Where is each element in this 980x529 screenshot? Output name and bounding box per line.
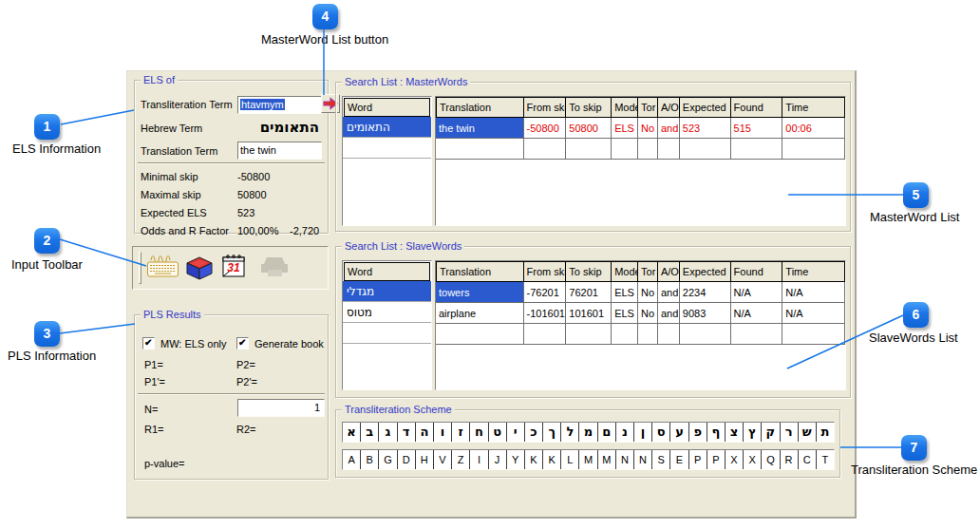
callout-label-6: SlaveWords List bbox=[869, 331, 958, 345]
latin-letter-cell[interactable]: G bbox=[379, 450, 397, 469]
latin-letter-cell[interactable]: X bbox=[726, 450, 744, 469]
minimal-skip-label: Minimal skip bbox=[141, 171, 198, 182]
table-header-cell[interactable]: Mode bbox=[612, 97, 638, 118]
latin-letter-cell[interactable]: A bbox=[343, 450, 361, 469]
hebrew-letter-cell: ש bbox=[799, 423, 817, 442]
latin-letter-cell[interactable]: Y bbox=[507, 450, 525, 469]
callout-label-2: Input Toolbar bbox=[11, 257, 83, 272]
keyboard-icon[interactable] bbox=[146, 253, 182, 281]
mw-els-only-checkbox[interactable]: ✔ bbox=[142, 337, 155, 350]
latin-letter-cell[interactable]: E bbox=[670, 450, 688, 469]
table-header-cell[interactable]: Found bbox=[731, 97, 783, 118]
table-empty-cell bbox=[524, 139, 567, 160]
transliteration-term-label: Transliteration Term bbox=[141, 99, 233, 110]
table-row[interactable]: the twin-5080050800ELSNoand52351500:06 bbox=[436, 118, 845, 139]
table-cell: 2234 bbox=[680, 282, 731, 303]
n-label: N= bbox=[144, 404, 158, 415]
table-cell: -50800 bbox=[524, 118, 567, 139]
table-header-cell[interactable]: A/O bbox=[658, 97, 680, 118]
printer-icon[interactable] bbox=[258, 255, 294, 284]
table-header-cell[interactable]: Tor bbox=[638, 261, 658, 282]
svg-text:31: 31 bbox=[227, 261, 240, 274]
word-list-item[interactable]: מגדלי bbox=[343, 281, 431, 302]
transliteration-term-input[interactable]: htavmym bbox=[237, 96, 322, 114]
latin-letter-cell[interactable]: V bbox=[434, 450, 452, 469]
masterwords-table[interactable]: TranslationFrom skipTo skipModeTorA/OExp… bbox=[435, 96, 846, 226]
table-cell: -76201 bbox=[524, 282, 567, 303]
generate-book-checkbox[interactable]: ✔ bbox=[236, 337, 249, 350]
masterwords-title: Search List : MasterWords bbox=[342, 76, 470, 88]
slavewords-word-list[interactable]: Wordמגדלימטוס bbox=[342, 260, 432, 390]
table-empty-cell bbox=[680, 324, 731, 345]
table-header-cell[interactable]: Found bbox=[731, 261, 783, 282]
callout-badge-7: 7 bbox=[901, 435, 927, 461]
slavewords-table[interactable]: TranslationFrom skipTo skipModeTorA/OExp… bbox=[435, 260, 846, 390]
word-column-header[interactable]: Word bbox=[344, 98, 430, 117]
table-header-cell[interactable]: From skip bbox=[524, 97, 567, 118]
p-value-label: p-value= bbox=[144, 458, 185, 469]
latin-letter-cell[interactable]: D bbox=[398, 450, 416, 469]
latin-letter-cell[interactable]: X bbox=[744, 450, 762, 469]
r1-label: R1= bbox=[144, 424, 164, 435]
latin-letter-cell[interactable]: M bbox=[598, 450, 616, 469]
latin-letter-cell[interactable]: L bbox=[561, 450, 579, 469]
latin-letter-cell[interactable]: P bbox=[707, 450, 726, 469]
table-header-cell[interactable]: From skip bbox=[524, 261, 567, 282]
expected-els-value: 523 bbox=[237, 207, 254, 218]
table-header-cell[interactable]: Expected bbox=[680, 97, 731, 118]
selected-text: htavmym bbox=[240, 99, 285, 110]
latin-letter-cell[interactable]: M bbox=[579, 450, 597, 469]
latin-letter-cell[interactable]: J bbox=[489, 450, 507, 469]
latin-letter-cell[interactable]: K bbox=[543, 450, 561, 469]
toolbar-gripper[interactable] bbox=[139, 252, 141, 284]
latin-letter-cell[interactable]: Z bbox=[452, 450, 470, 469]
latin-letter-cell[interactable]: S bbox=[652, 450, 670, 469]
table-header-cell[interactable]: Translation bbox=[436, 97, 524, 118]
latin-letter-cell[interactable]: I bbox=[470, 450, 488, 469]
word-list-item[interactable]: התאומים bbox=[343, 117, 431, 138]
callout-badge-5: 5 bbox=[903, 182, 929, 208]
table-cell: airplane bbox=[436, 303, 524, 324]
latin-letter-cell[interactable]: K bbox=[525, 450, 543, 469]
pls-results-title: PLS Results bbox=[141, 309, 204, 321]
table-cell: No bbox=[638, 118, 658, 139]
book-icon[interactable] bbox=[184, 255, 220, 283]
table-header-cell[interactable]: Mode bbox=[612, 261, 638, 282]
table-header-cell[interactable]: Tor bbox=[638, 97, 658, 118]
latin-letter-cell[interactable]: B bbox=[361, 450, 379, 469]
table-row[interactable]: towers-7620176201ELSNoand2234N/AN/A bbox=[436, 282, 845, 303]
masterwords-word-list[interactable]: Wordהתאומים bbox=[342, 96, 432, 226]
latin-letter-cell[interactable]: N bbox=[634, 450, 652, 469]
table-cell: -101601 bbox=[524, 303, 567, 324]
table-cell: ELS bbox=[612, 303, 638, 324]
hebrew-letter-cell: פ bbox=[689, 423, 707, 442]
table-header-cell[interactable]: Translation bbox=[436, 261, 524, 282]
table-header-cell[interactable]: A/O bbox=[658, 261, 680, 282]
word-list-item[interactable]: מטוס bbox=[343, 302, 431, 323]
translation-term-input[interactable]: the twin bbox=[237, 142, 322, 160]
r2-label: R2= bbox=[236, 424, 256, 435]
latin-letter-cell[interactable]: H bbox=[416, 450, 434, 469]
hebrew-letter-cell: ח bbox=[470, 423, 488, 442]
table-header-cell[interactable]: To skip bbox=[566, 97, 612, 118]
latin-letter-cell[interactable]: T bbox=[817, 450, 834, 469]
word-column-header[interactable]: Word bbox=[344, 262, 430, 281]
hebrew-letter-cell: ף bbox=[707, 423, 726, 442]
table-header-cell[interactable]: To skip bbox=[566, 261, 612, 282]
latin-letter-cell[interactable]: R bbox=[781, 450, 799, 469]
table-cell: N/A bbox=[731, 303, 783, 324]
latin-letter-cell[interactable]: N bbox=[616, 450, 634, 469]
hebrew-letters-row: אבגדהוזחטיכךלמםנןסעפףצץקרשת bbox=[342, 422, 835, 443]
calendar-icon[interactable]: 31 bbox=[220, 253, 256, 281]
table-header-cell[interactable]: Expected bbox=[680, 261, 731, 282]
latin-letter-cell[interactable]: P bbox=[689, 450, 707, 469]
latin-letter-cell[interactable]: Q bbox=[762, 450, 780, 469]
table-row[interactable]: airplane-101601101601ELSNoand9083N/AN/A bbox=[436, 303, 845, 324]
printer-icon-glyph bbox=[258, 255, 291, 278]
table-cell: ELS bbox=[612, 118, 638, 139]
hebrew-letter-cell: ם bbox=[598, 423, 616, 442]
table-header-cell[interactable]: Time bbox=[782, 261, 845, 282]
table-header-cell[interactable]: Time bbox=[782, 97, 845, 118]
latin-letter-cell[interactable]: C bbox=[799, 450, 817, 469]
n-input[interactable]: 1 bbox=[237, 399, 325, 417]
